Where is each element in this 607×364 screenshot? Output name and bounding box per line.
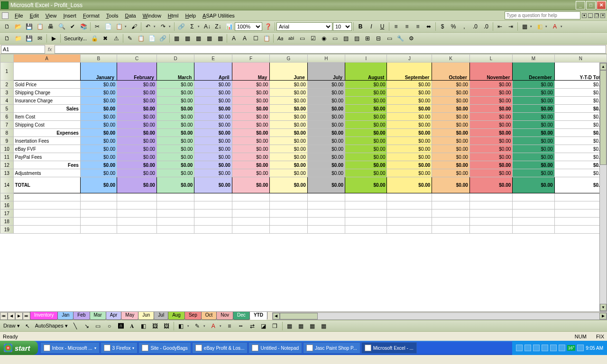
cell-L10[interactable]: $0.00 xyxy=(469,145,512,153)
arrow-icon[interactable]: ↘ xyxy=(82,321,92,331)
month-head-April[interactable]: April xyxy=(194,63,232,81)
cell-M19[interactable] xyxy=(513,226,554,234)
cell-H14[interactable]: $0.00 xyxy=(307,177,345,193)
row-head-5[interactable]: 5 xyxy=(0,105,14,113)
cell-B15[interactable] xyxy=(80,193,117,201)
cell-K16[interactable] xyxy=(432,201,469,209)
cell-J15[interactable] xyxy=(387,193,432,201)
cell-B19[interactable] xyxy=(80,226,117,234)
cell-K17[interactable] xyxy=(432,209,469,218)
cell-B10[interactable]: $0.00 xyxy=(80,145,117,153)
menu-insert[interactable]: Insert xyxy=(60,12,80,19)
cell-D10[interactable]: $0.00 xyxy=(156,145,194,153)
line-style-icon[interactable]: ≡ xyxy=(224,321,235,331)
cell-A8[interactable]: Expenses xyxy=(13,129,80,137)
cell-N14[interactable]: $0.00 xyxy=(554,177,607,193)
tb3-icon[interactable]: ▦ xyxy=(307,321,318,331)
clock[interactable]: 9:05 AM xyxy=(586,346,603,351)
line-icon[interactable]: ╲ xyxy=(70,321,81,331)
menu-file[interactable]: File xyxy=(11,12,27,19)
cell-M11[interactable]: $0.00 xyxy=(513,153,554,161)
cell-B13[interactable]: $0.00 xyxy=(80,169,117,177)
cell-M9[interactable]: $0.00 xyxy=(513,137,554,145)
cell-C4[interactable]: $0.00 xyxy=(117,97,157,105)
cell-A17[interactable] xyxy=(13,209,80,218)
cell-A5[interactable]: Sales xyxy=(13,105,80,113)
cell-I18[interactable] xyxy=(345,218,387,226)
cell-G8[interactable]: $0.00 xyxy=(270,129,307,137)
cell-N13[interactable]: $0.00 xyxy=(554,169,607,177)
cell-G17[interactable] xyxy=(270,209,307,218)
security-button[interactable]: Security... xyxy=(62,35,89,42)
menu-asap-utilities[interactable]: ASAP Utilities xyxy=(199,12,238,19)
tb2-icon[interactable]: ☐ xyxy=(250,33,261,44)
sheet-tab-jul[interactable]: Jul xyxy=(154,312,168,320)
tb3-icon[interactable]: ▦ xyxy=(285,321,295,331)
cell-G16[interactable] xyxy=(270,201,307,209)
cell-F14[interactable]: $0.00 xyxy=(232,177,269,193)
cell-D4[interactable]: $0.00 xyxy=(156,97,194,105)
row-head-19[interactable]: 19 xyxy=(0,226,14,234)
cell-J8[interactable]: $0.00 xyxy=(387,129,432,137)
sheet-tab-feb[interactable]: Feb xyxy=(73,312,90,320)
minimize-button[interactable]: _ xyxy=(576,1,585,9)
cell-N9[interactable]: $0.00 xyxy=(554,137,607,145)
cell-H11[interactable]: $0.00 xyxy=(307,153,345,161)
menu-tools[interactable]: Tools xyxy=(103,12,122,19)
tb2-icon[interactable]: ☑ xyxy=(308,33,318,44)
cell-L11[interactable]: $0.00 xyxy=(469,153,512,161)
row-head-10[interactable]: 10 xyxy=(0,145,14,153)
autosum-icon[interactable]: Σ xyxy=(187,21,197,32)
sheet-tab-jun[interactable]: Jun xyxy=(138,312,154,320)
select-all-corner[interactable] xyxy=(0,55,14,63)
cell-M12[interactable]: $0.00 xyxy=(513,161,554,169)
cell-D8[interactable]: $0.00 xyxy=(156,129,194,137)
cell-N8[interactable]: $0.00 xyxy=(554,129,607,137)
tb2-icon[interactable]: ⚠ xyxy=(111,33,121,44)
fill-color-icon[interactable]: ◧ xyxy=(176,321,186,331)
tab-nav-next-icon[interactable]: ▶ xyxy=(15,312,23,320)
increase-decimal-icon[interactable]: .0 xyxy=(470,21,480,32)
cell-K10[interactable]: $0.00 xyxy=(432,145,469,153)
task-item[interactable]: eBay Profit & Los... xyxy=(192,342,248,354)
cell-L7[interactable]: $0.00 xyxy=(469,121,512,129)
col-head-J[interactable]: J xyxy=(387,55,432,63)
cell-B8[interactable]: $0.00 xyxy=(80,129,117,137)
cell-D13[interactable]: $0.00 xyxy=(156,169,194,177)
cell-G5[interactable]: $0.00 xyxy=(270,105,307,113)
cell-I16[interactable] xyxy=(345,201,387,209)
month-head-November[interactable]: November xyxy=(469,63,512,81)
month-head-January[interactable]: January xyxy=(80,63,117,81)
cell-C13[interactable]: $0.00 xyxy=(117,169,157,177)
tb2-icon[interactable]: 📋 xyxy=(136,33,146,44)
tb2-icon[interactable]: ◉ xyxy=(319,33,329,44)
task-item[interactable]: Jasc Paint Shop P... xyxy=(303,342,360,354)
cell-M10[interactable]: $0.00 xyxy=(513,145,554,153)
fx-icon[interactable]: fx xyxy=(45,46,55,52)
cell-L16[interactable] xyxy=(469,201,512,209)
undo-icon[interactable]: ↶ xyxy=(143,21,153,32)
cell-J19[interactable] xyxy=(387,226,432,234)
cell-K11[interactable]: $0.00 xyxy=(432,153,469,161)
cell-F16[interactable] xyxy=(232,201,269,209)
cell-G11[interactable]: $0.00 xyxy=(270,153,307,161)
cell-D16[interactable] xyxy=(156,201,194,209)
tb2-icon[interactable]: ▭ xyxy=(384,33,395,44)
row-head-12[interactable]: 12 xyxy=(0,161,14,169)
cell-J6[interactable]: $0.00 xyxy=(387,113,432,121)
col-head-L[interactable]: L xyxy=(469,55,512,63)
tray-icon[interactable] xyxy=(577,345,584,351)
cell-G7[interactable]: $0.00 xyxy=(270,121,307,129)
cell-M17[interactable] xyxy=(513,209,554,218)
cell-B4[interactable]: $0.00 xyxy=(80,97,117,105)
cell-F7[interactable]: $0.00 xyxy=(232,121,269,129)
cell-J14[interactable]: $0.00 xyxy=(387,177,432,193)
sheet-tab-may[interactable]: May xyxy=(121,312,138,320)
clipart-icon[interactable]: 🖼 xyxy=(150,321,160,331)
month-head-blank[interactable] xyxy=(13,63,80,81)
cell-C3[interactable]: $0.00 xyxy=(117,89,157,97)
task-item[interactable]: 3 Firefox▾ xyxy=(101,342,138,354)
cell-E5[interactable]: $0.00 xyxy=(194,105,232,113)
cell-M16[interactable] xyxy=(513,201,554,209)
cell-F13[interactable]: $0.00 xyxy=(232,169,269,177)
